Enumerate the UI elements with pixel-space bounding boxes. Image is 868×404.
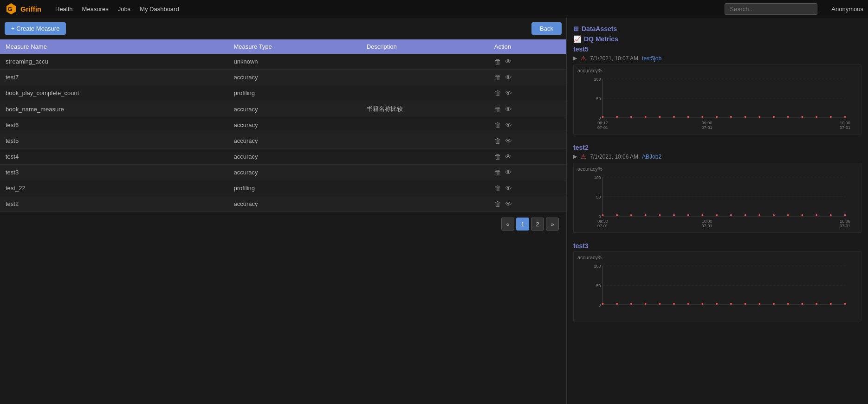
svg-point-12	[645, 116, 647, 118]
nav-jobs[interactable]: Jobs	[118, 6, 130, 13]
svg-point-73	[630, 303, 632, 305]
nav-health[interactable]: Health	[55, 6, 73, 13]
chart-svg: 100 50 0 08:1707-0109:0007-0110:0007-01	[577, 75, 857, 131]
svg-point-23	[801, 116, 803, 118]
delete-button[interactable]: 🗑	[494, 184, 501, 192]
view-button[interactable]: 👁	[505, 58, 512, 65]
nav-measures[interactable]: Measures	[82, 6, 109, 13]
svg-point-75	[659, 303, 661, 305]
svg-point-84	[787, 303, 789, 305]
delete-button[interactable]: 🗑	[494, 121, 501, 129]
svg-point-83	[773, 303, 775, 305]
job-date: 7/1/2021, 10:06 AM	[590, 154, 638, 160]
svg-point-51	[758, 214, 760, 216]
table-row: book_name_measure accuracy 书籍名称比较 🗑 👁	[0, 101, 566, 117]
metric-block: test3 accuracy% 100 50 0	[573, 242, 862, 321]
svg-point-88	[844, 303, 846, 305]
cell-description	[361, 165, 489, 180]
cell-type: accuracy	[228, 165, 361, 180]
error-icon: ⚠	[581, 153, 586, 160]
delete-button[interactable]: 🗑	[494, 73, 501, 81]
job-date: 7/1/2021, 10:07 AM	[590, 55, 638, 62]
job-name[interactable]: test5job	[642, 55, 661, 62]
svg-point-25	[830, 116, 832, 118]
view-button[interactable]: 👁	[505, 73, 512, 81]
cell-action: 🗑 👁	[489, 85, 566, 101]
view-button[interactable]: 👁	[505, 137, 512, 145]
svg-text:50: 50	[596, 96, 601, 101]
svg-point-57	[844, 214, 846, 216]
svg-text:50: 50	[596, 283, 601, 288]
back-button[interactable]: Back	[531, 22, 562, 35]
svg-text:0: 0	[598, 116, 601, 121]
view-button[interactable]: 👁	[505, 105, 512, 113]
svg-point-10	[616, 116, 618, 118]
cell-name: test6	[0, 117, 228, 133]
svg-text:50: 50	[596, 195, 601, 199]
delete-button[interactable]: 🗑	[494, 89, 501, 97]
table-row: test5 accuracy 🗑 👁	[0, 133, 566, 149]
svg-text:G: G	[8, 6, 12, 13]
cell-description	[361, 54, 489, 70]
svg-point-81	[745, 303, 746, 305]
cell-name: book_name_measure	[0, 101, 228, 117]
cell-type: accuracy	[228, 70, 361, 85]
cell-description	[361, 85, 489, 101]
svg-point-86	[816, 303, 817, 305]
top-nav: G Griffin Health Measures Jobs My Dashbo…	[0, 0, 868, 18]
dq-metrics-section: 📈 DQ Metrics	[573, 35, 862, 43]
view-button[interactable]: 👁	[505, 168, 512, 176]
cell-action: 🗑 👁	[489, 196, 566, 212]
grid-icon: ⊞	[573, 25, 579, 32]
nav-dashboard[interactable]: My Dashboard	[140, 6, 179, 13]
expand-icon[interactable]: ▶	[573, 55, 577, 61]
delete-button[interactable]: 🗑	[494, 105, 501, 113]
user-label: Anonymous	[831, 6, 863, 13]
cell-action: 🗑 👁	[489, 149, 566, 165]
svg-point-9	[602, 116, 604, 118]
cell-type: accuracy	[228, 149, 361, 165]
cell-type: unknown	[228, 54, 361, 70]
expand-icon[interactable]: ▶	[573, 154, 577, 160]
svg-point-85	[801, 303, 803, 305]
view-button[interactable]: 👁	[505, 153, 512, 160]
cell-name: test5	[0, 133, 228, 149]
svg-text:0: 0	[598, 303, 601, 308]
page-2-button[interactable]: 2	[531, 218, 544, 231]
delete-button[interactable]: 🗑	[494, 200, 501, 208]
logo: G Griffin	[5, 2, 41, 15]
next-page-button[interactable]: »	[546, 218, 559, 231]
page-1-button[interactable]: 1	[516, 218, 529, 231]
svg-point-56	[830, 214, 832, 216]
svg-point-52	[773, 214, 775, 216]
chart-y-label: accuracy%	[577, 68, 857, 73]
cell-name: streaming_accu	[0, 54, 228, 70]
job-name[interactable]: ABJob2	[642, 154, 661, 160]
table-row: book_play_complete_count profiling 🗑 👁	[0, 85, 566, 101]
svg-point-14	[673, 116, 675, 118]
svg-point-26	[844, 116, 846, 118]
table-row: test3 accuracy 🗑 👁	[0, 165, 566, 180]
chart-icon: 📈	[573, 35, 581, 43]
create-measure-button[interactable]: + Create Measure	[5, 22, 66, 35]
table-row: test_22 profiling 🗑 👁	[0, 180, 566, 196]
prev-page-button[interactable]: «	[501, 218, 514, 231]
main-panel: + Create Measure Back Measure Name Measu…	[0, 18, 566, 404]
metric-block: test5 ▶ ⚠ 7/1/2021, 10:07 AM test5job ac…	[573, 45, 862, 135]
cell-type: accuracy	[228, 133, 361, 149]
view-button[interactable]: 👁	[505, 121, 512, 129]
view-button[interactable]: 👁	[505, 89, 512, 97]
view-button[interactable]: 👁	[505, 200, 512, 208]
col-measure-name: Measure Name	[0, 39, 228, 54]
svg-point-40	[602, 214, 604, 216]
delete-button[interactable]: 🗑	[494, 153, 501, 160]
svg-point-54	[801, 214, 803, 216]
delete-button[interactable]: 🗑	[494, 58, 501, 65]
table-row: test7 accuracy 🗑 👁	[0, 70, 566, 85]
cell-action: 🗑 👁	[489, 165, 566, 180]
view-button[interactable]: 👁	[505, 184, 512, 192]
svg-point-55	[816, 214, 817, 216]
delete-button[interactable]: 🗑	[494, 168, 501, 176]
search-input[interactable]	[725, 3, 817, 15]
delete-button[interactable]: 🗑	[494, 137, 501, 145]
